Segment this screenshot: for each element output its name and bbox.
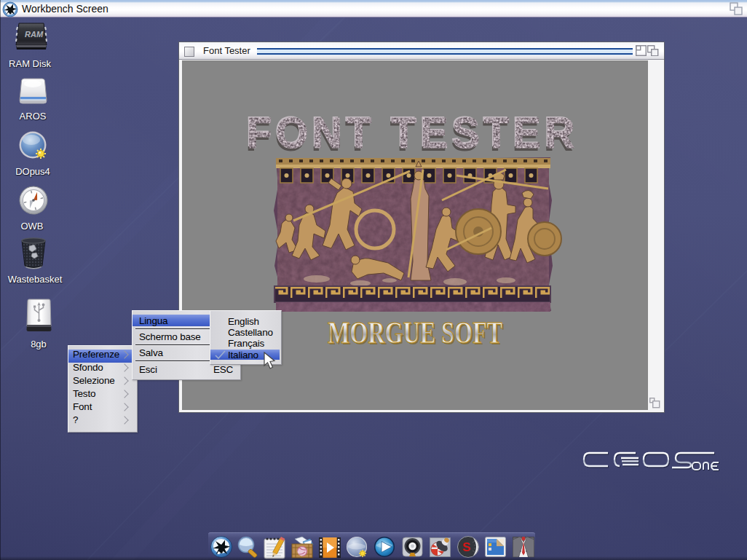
svg-text:MORGUE SOFT: MORGUE SOFT: [328, 316, 502, 350]
svg-text:RAM: RAM: [25, 30, 44, 39]
svg-text:S: S: [462, 540, 470, 554]
svg-text:FONT TESTER: FONT TESTER: [247, 109, 579, 157]
